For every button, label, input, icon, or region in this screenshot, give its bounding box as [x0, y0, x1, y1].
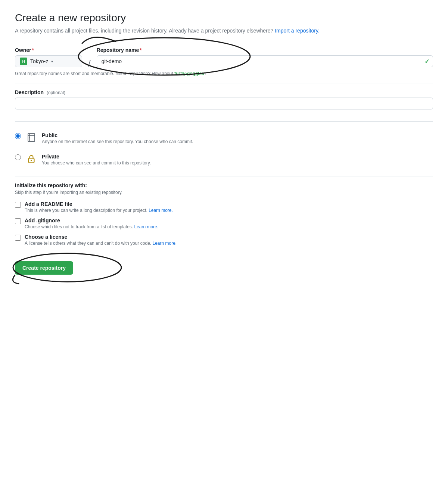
license-learn-more[interactable]: Learn more.: [153, 241, 177, 246]
private-title: Private: [42, 154, 433, 160]
description-group: Description (optional): [15, 89, 433, 115]
svg-rect-1: [28, 134, 35, 142]
readme-desc: This is where you can write a long descr…: [25, 208, 433, 213]
public-icon: [25, 132, 37, 143]
private-option[interactable]: Private You choose who can see and commi…: [15, 149, 433, 170]
license-checkbox[interactable]: [15, 235, 21, 241]
gitignore-checkbox[interactable]: [15, 218, 21, 224]
repo-name-input-wrapper: ✓: [97, 55, 433, 67]
visibility-section: Public Anyone on the internet can see th…: [15, 128, 433, 170]
license-item: Choose a license A license tells others …: [15, 234, 433, 246]
book-icon: [27, 133, 36, 142]
valid-checkmark-icon: ✓: [424, 58, 429, 65]
owner-avatar: H: [20, 58, 27, 65]
owner-label: Owner*: [15, 47, 82, 53]
license-title: Choose a license: [25, 234, 433, 240]
name-suggestion-link[interactable]: fuzzy-goggles: [174, 71, 204, 76]
lock-icon: [27, 154, 36, 163]
init-section: Initialize this repository with: Skip th…: [15, 182, 433, 246]
init-title: Initialize this repository with:: [15, 182, 433, 188]
import-link[interactable]: Import a repository.: [275, 28, 320, 34]
svg-point-4: [29, 137, 30, 138]
private-text: Private You choose who can see and commi…: [42, 154, 433, 166]
description-input[interactable]: [15, 98, 433, 109]
page-title: Create a new repository: [15, 12, 433, 24]
init-subtitle: Skip this step if you're importing an ex…: [15, 190, 433, 195]
owner-required: *: [32, 47, 34, 53]
readme-title: Add a README file: [25, 201, 433, 207]
repo-name-input[interactable]: [97, 55, 433, 67]
gitignore-title: Add .gitignore: [25, 217, 433, 223]
gitignore-learn-more[interactable]: Learn more.: [134, 224, 158, 229]
header-divider: [15, 41, 433, 41]
visibility-divider: [15, 121, 433, 122]
svg-point-6: [31, 160, 32, 161]
private-icon: [25, 153, 37, 165]
owner-value: Tokyo-z: [30, 58, 48, 64]
public-desc: Anyone on the internet can see this repo…: [42, 139, 433, 144]
private-desc: You choose who can see and commit to thi…: [42, 160, 433, 166]
chevron-down-icon: ▾: [51, 59, 53, 64]
repo-name-group: Repository name* ✓: [97, 47, 433, 67]
gitignore-text: Add .gitignore Choose which files not to…: [25, 217, 433, 229]
public-title: Public: [42, 132, 433, 138]
license-text: Choose a license A license tells others …: [25, 234, 433, 246]
repo-name-required: *: [140, 47, 141, 53]
gitignore-desc: Choose which files not to track from a l…: [25, 224, 433, 229]
submit-divider: [15, 252, 433, 252]
readme-learn-more[interactable]: Learn more.: [149, 208, 173, 213]
public-radio[interactable]: [15, 133, 21, 139]
slash-separator: /: [88, 47, 91, 69]
submit-area: Create repository: [15, 258, 73, 275]
create-repository-button[interactable]: Create repository: [15, 261, 73, 275]
public-option[interactable]: Public Anyone on the internet can see th…: [15, 128, 433, 149]
private-radio[interactable]: [15, 154, 21, 160]
page-subtitle: A repository contains all project files,…: [15, 27, 433, 35]
owner-repo-row: Owner* H Tokyo-z ▾ / Repository name* ✓: [15, 47, 433, 69]
public-text: Public Anyone on the internet can see th…: [42, 132, 433, 144]
readme-checkbox[interactable]: [15, 202, 21, 208]
description-divider: [15, 83, 433, 83]
readme-item: Add a README file This is where you can …: [15, 201, 433, 213]
description-label: Description (optional): [15, 89, 433, 95]
init-divider: [15, 176, 433, 176]
owner-group: Owner* H Tokyo-z ▾: [15, 47, 82, 67]
name-hint: Great repository names are short and mem…: [15, 70, 433, 77]
repo-name-label: Repository name*: [97, 47, 433, 53]
readme-text: Add a README file This is where you can …: [25, 201, 433, 213]
license-desc: A license tells others what they can and…: [25, 241, 433, 246]
owner-dropdown[interactable]: H Tokyo-z ▾: [15, 55, 82, 67]
description-optional: (optional): [47, 90, 65, 95]
gitignore-item: Add .gitignore Choose which files not to…: [15, 217, 433, 229]
